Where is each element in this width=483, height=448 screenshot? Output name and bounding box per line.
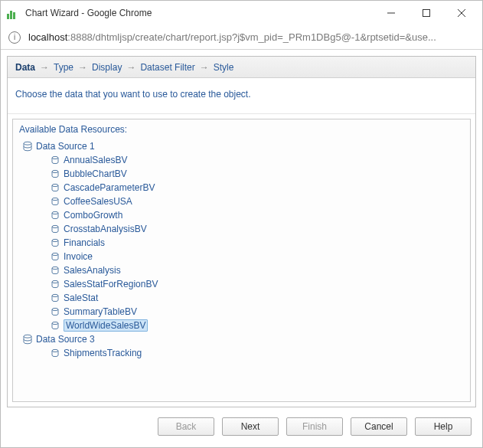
resource-item-label: SalesStatForRegionBV (64, 279, 158, 289)
back-button[interactable]: Back (158, 417, 214, 436)
resource-item-label: SaleStat (64, 293, 98, 303)
dataset-icon (50, 168, 60, 179)
resource-item-label: SalesAnalysis (64, 265, 121, 276)
chevron-right-icon: → (40, 62, 49, 73)
crumb-type[interactable]: Type (54, 62, 73, 73)
data-source-node[interactable]: Data Source 3 (16, 332, 467, 346)
resource-item[interactable]: ShipmentsTracking (16, 346, 467, 360)
resource-item-label: Financials (64, 237, 105, 248)
site-info-icon[interactable]: i (8, 31, 21, 44)
svg-point-5 (52, 156, 58, 159)
resource-item[interactable]: Financials (16, 236, 467, 250)
help-button[interactable]: Help (415, 417, 472, 436)
resource-item[interactable]: CascadeParameterBV (16, 181, 467, 195)
chevron-right-icon: → (78, 62, 87, 73)
window-title: Chart Wizard - Google Chrome (25, 8, 374, 18)
dataset-icon (50, 182, 60, 193)
resource-item-label: SummaryTableBV (64, 306, 137, 317)
address-path: :8888/dhtmljsp/create/chart/report.jsp?j… (67, 31, 436, 43)
svg-point-10 (52, 225, 58, 227)
finish-button[interactable]: Finish (286, 417, 343, 436)
resource-item[interactable]: CrosstabAnalysisBV (16, 222, 467, 236)
wizard-buttons: Back Next Finish Cancel Help (7, 412, 476, 441)
dataset-icon (50, 251, 60, 262)
svg-point-13 (52, 267, 58, 269)
svg-point-7 (52, 184, 58, 186)
window-titlebar: Chart Wizard - Google Chrome (1, 1, 482, 25)
svg-point-18 (24, 335, 31, 338)
resource-item[interactable]: CoffeeSalesUSA (16, 195, 467, 208)
svg-point-11 (52, 239, 58, 241)
dataset-icon (50, 210, 60, 221)
svg-point-8 (52, 198, 58, 200)
resource-item[interactable]: Invoice (16, 250, 467, 263)
chevron-right-icon: → (126, 62, 135, 73)
data-source-label: Data Source 3 (36, 334, 95, 345)
resource-item-label: CrosstabAnalysisBV (64, 224, 147, 234)
svg-point-12 (52, 253, 58, 255)
resource-item[interactable]: WorldWideSalesBV (16, 319, 467, 332)
resource-item-label: AnnualSalesBV (64, 155, 127, 165)
svg-point-15 (52, 294, 58, 296)
minimize-button[interactable] (374, 2, 409, 25)
resource-item-label: ShipmentsTracking (64, 348, 142, 358)
svg-point-19 (52, 349, 58, 352)
database-icon (22, 334, 33, 345)
chevron-right-icon: → (200, 62, 209, 73)
resource-item-label: ComboGrowth (64, 210, 122, 221)
data-source-node[interactable]: Data Source 1 (16, 139, 467, 153)
svg-point-6 (52, 170, 58, 172)
resource-item-label: WorldWideSalesBV (64, 319, 148, 332)
resource-item[interactable]: AnnualSalesBV (16, 153, 467, 167)
close-button[interactable] (444, 2, 479, 25)
svg-point-9 (52, 211, 58, 214)
crumb-display[interactable]: Display (92, 62, 122, 73)
resource-item-label: CascadeParameterBV (64, 182, 155, 193)
resource-item[interactable]: SalesStatForRegionBV (16, 277, 467, 291)
dataset-icon (50, 237, 60, 248)
breadcrumb: Data→Type→Display→Dataset Filter→Style (8, 57, 475, 78)
dataset-icon (50, 293, 60, 303)
resource-item[interactable]: BubbleChartBV (16, 167, 467, 181)
resources-panel: Available Data Resources: Data Source 1A… (12, 119, 471, 402)
crumb-dataset-filter[interactable]: Dataset Filter (140, 62, 194, 73)
address-host: localhost (28, 31, 67, 43)
next-button[interactable]: Next (222, 417, 279, 436)
resource-item-label: BubbleChartBV (64, 168, 127, 179)
crumb-data[interactable]: Data (15, 62, 35, 73)
dataset-icon (50, 320, 60, 331)
dataset-icon (50, 265, 60, 276)
dataset-icon (50, 196, 60, 207)
dataset-icon (50, 279, 60, 289)
dataset-icon (50, 155, 60, 165)
data-source-label: Data Source 1 (36, 141, 95, 152)
svg-point-14 (52, 280, 58, 283)
resource-item[interactable]: SummaryTableBV (16, 305, 467, 319)
resource-item[interactable]: SaleStat (16, 291, 467, 305)
instruction-text: Choose the data that you want to use to … (8, 78, 475, 114)
resource-item[interactable]: ComboGrowth (16, 208, 467, 222)
svg-point-17 (52, 322, 58, 324)
database-icon (22, 141, 33, 152)
chart-app-icon (7, 7, 19, 19)
svg-point-16 (52, 308, 58, 310)
resources-title: Available Data Resources: (13, 119, 470, 138)
resource-item-label: CoffeeSalesUSA (64, 196, 132, 207)
dataset-icon (50, 348, 60, 358)
resource-item[interactable]: SalesAnalysis (16, 263, 467, 277)
resource-item-label: Invoice (64, 251, 93, 262)
address-bar[interactable]: i localhost:8888/dhtmljsp/create/chart/r… (1, 25, 482, 50)
resources-tree[interactable]: Data Source 1AnnualSalesBVBubbleChartBVC… (13, 138, 470, 401)
svg-rect-1 (423, 10, 430, 17)
svg-point-4 (24, 142, 31, 145)
cancel-button[interactable]: Cancel (351, 417, 407, 436)
dataset-icon (50, 306, 60, 317)
maximize-button[interactable] (409, 2, 444, 25)
crumb-style[interactable]: Style (214, 62, 234, 73)
dataset-icon (50, 224, 60, 234)
